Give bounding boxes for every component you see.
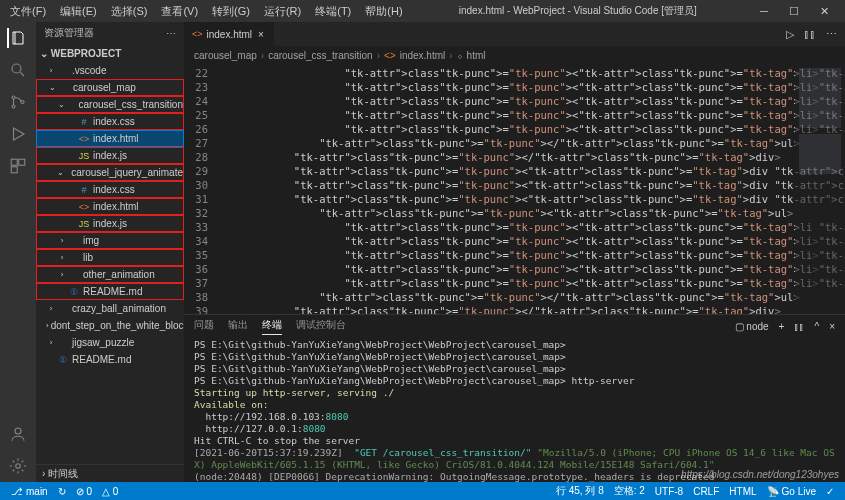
folder-crazy-ball-animation[interactable]: ›crazy_ball_animation (36, 300, 184, 317)
panel-tab-output[interactable]: 输出 (228, 318, 248, 334)
project-header[interactable]: ⌄ WEBPROJECT (36, 44, 184, 62)
menu-help[interactable]: 帮助(H) (359, 2, 408, 21)
status-eol[interactable]: CRLF (688, 484, 724, 498)
status-errors[interactable]: ⊘ 0 (71, 486, 97, 497)
menubar: 文件(F) 编辑(E) 选择(S) 查看(V) 转到(G) 运行(R) 终端(T… (4, 2, 409, 21)
folder-lib[interactable]: ›lib (36, 249, 184, 266)
breadcrumb[interactable]: carousel_map› carousel_css_transition› <… (184, 46, 845, 64)
tree-item-label: index.js (93, 218, 127, 229)
tree-item-label: README.md (72, 354, 131, 365)
folder-other-animation[interactable]: ›other_animation (36, 266, 184, 283)
source-control-icon[interactable] (8, 92, 28, 112)
search-icon[interactable] (8, 60, 28, 80)
file-index-css[interactable]: #index.css (36, 113, 184, 130)
code-editor[interactable]: 22232425262728293031323334353637383940 "… (184, 64, 845, 314)
minimize-icon[interactable]: ─ (753, 5, 775, 18)
maximize-icon[interactable]: ☐ (783, 5, 805, 18)
explorer-icon[interactable] (7, 28, 27, 48)
tab-index-html[interactable]: <> index.html × (184, 22, 275, 46)
status-spaces[interactable]: 空格: 2 (609, 484, 650, 498)
status-go-live[interactable]: 📡 Go Live (762, 484, 821, 498)
tree-item-label: img (83, 235, 99, 246)
folder--vscode[interactable]: ›.vscode (36, 62, 184, 79)
file-index-css[interactable]: #index.css (36, 181, 184, 198)
close-icon[interactable]: ✕ (813, 5, 835, 18)
account-icon[interactable] (8, 424, 28, 444)
tree-item-label: carousel_jquery_animate (71, 167, 183, 178)
status-sync[interactable]: ↻ (53, 486, 71, 497)
file-index-html[interactable]: <>index.html (36, 198, 184, 215)
css-icon: # (77, 117, 91, 127)
more-icon[interactable]: ⋯ (826, 28, 837, 41)
menu-file[interactable]: 文件(F) (4, 2, 52, 21)
file-index-html[interactable]: <>index.html (36, 130, 184, 147)
status-branch[interactable]: ⎇ main (6, 486, 53, 497)
menu-view[interactable]: 查看(V) (155, 2, 204, 21)
js-icon: JS (77, 219, 91, 229)
status-encoding[interactable]: UTF-8 (650, 484, 688, 498)
window-title: index.html - WebProject - Visual Studio … (409, 4, 747, 18)
terminal-close-icon[interactable]: × (829, 321, 835, 332)
folder-carousel-jquery-animate[interactable]: ⌄carousel_jquery_animate (36, 164, 184, 181)
tree-item-label: lib (83, 252, 93, 263)
run-debug-icon[interactable] (8, 124, 28, 144)
extensions-icon[interactable] (8, 156, 28, 176)
menu-terminal[interactable]: 终端(T) (309, 2, 357, 21)
folder-carousel-map[interactable]: ⌄carousel_map (36, 79, 184, 96)
timeline-section[interactable]: › 时间线 (36, 464, 184, 482)
sidebar-title: 资源管理器 ⋯ (36, 22, 184, 44)
panel: 问题 输出 终端 调试控制台 ▢ node + ⫿⫿ ^ × PS E:\Git… (184, 314, 845, 482)
file-index-js[interactable]: JSindex.js (36, 215, 184, 232)
svg-rect-5 (19, 159, 25, 165)
tree-item-label: crazy_ball_animation (72, 303, 166, 314)
terminal-split-icon[interactable]: ⫿⫿ (794, 321, 804, 332)
tree-item-label: carousel_css_transition (79, 99, 184, 110)
css-icon: # (77, 185, 91, 195)
minimap[interactable] (795, 64, 845, 314)
settings-icon[interactable] (8, 456, 28, 476)
file-readme-md[interactable]: ①README.md (36, 283, 184, 300)
html-icon: <> (77, 202, 91, 212)
menu-go[interactable]: 转到(G) (206, 2, 256, 21)
status-line-col[interactable]: 行 45, 列 8 (551, 484, 609, 498)
terminal-shell-select[interactable]: ▢ node (735, 321, 769, 332)
run-icon[interactable]: ▷ (786, 28, 794, 41)
js-icon: JS (77, 151, 91, 161)
editor-tabs: <> index.html × ▷ ⫿⫿ ⋯ (184, 22, 845, 46)
tree-item-label: index.css (93, 184, 135, 195)
svg-point-0 (12, 64, 21, 73)
panel-tab-debug[interactable]: 调试控制台 (296, 318, 346, 334)
statusbar: ⎇ main ↻ ⊘ 0 △ 0 行 45, 列 8 空格: 2 UTF-8 C… (0, 482, 845, 500)
folder-dont-step-on-the-white-block[interactable]: ›dont_step_on_the_white_block (36, 317, 184, 334)
svg-point-1 (12, 96, 15, 99)
split-editor-icon[interactable]: ⫿⫿ (804, 28, 816, 41)
terminal[interactable]: PS E:\Git\github-YanYuXieYang\WebProject… (184, 337, 845, 482)
panel-tab-problems[interactable]: 问题 (194, 318, 214, 334)
menu-edit[interactable]: 编辑(E) (54, 2, 103, 21)
terminal-maximize-icon[interactable]: ^ (814, 321, 819, 332)
tree-item-label: README.md (83, 286, 142, 297)
status-warnings[interactable]: △ 0 (97, 486, 123, 497)
panel-tabs: 问题 输出 终端 调试控制台 ▢ node + ⫿⫿ ^ × (184, 315, 845, 337)
md-icon: ① (67, 287, 81, 297)
svg-point-7 (15, 428, 21, 434)
terminal-add-icon[interactable]: + (779, 321, 785, 332)
tree-item-label: index.html (93, 133, 139, 144)
folder-carousel-css-transition[interactable]: ⌄carousel_css_transition (36, 96, 184, 113)
folder-jigsaw-puzzle[interactable]: ›jigsaw_puzzle (36, 334, 184, 351)
file-readme-md[interactable]: ①README.md (36, 351, 184, 368)
tree-item-label: index.css (93, 116, 135, 127)
tree-item-label: other_animation (83, 269, 155, 280)
tab-close-icon[interactable]: × (256, 29, 266, 40)
sidebar: 资源管理器 ⋯ ⌄ WEBPROJECT ›.vscode⌄carousel_m… (36, 22, 184, 482)
status-language[interactable]: HTML (724, 484, 761, 498)
file-index-js[interactable]: JSindex.js (36, 147, 184, 164)
panel-tab-terminal[interactable]: 终端 (262, 318, 282, 335)
html-icon: <> (192, 29, 203, 39)
tree-item-label: .vscode (72, 65, 106, 76)
folder-img[interactable]: ›img (36, 232, 184, 249)
status-notifications[interactable]: ✓ (821, 484, 839, 498)
sidebar-more-icon[interactable]: ⋯ (166, 28, 176, 39)
menu-selection[interactable]: 选择(S) (105, 2, 154, 21)
menu-run[interactable]: 运行(R) (258, 2, 307, 21)
